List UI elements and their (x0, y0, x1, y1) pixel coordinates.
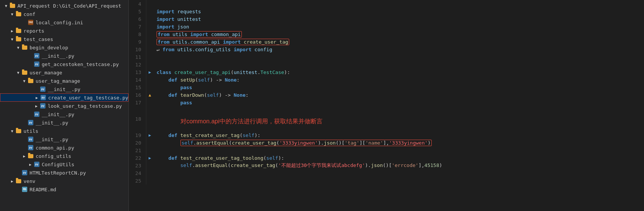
folder-icon-config-utils (27, 154, 34, 158)
gutter-23 (146, 162, 154, 169)
line-num-23: 23 (129, 162, 146, 169)
line-num-7: 7 (129, 23, 146, 30)
code-line-24: 24 (129, 169, 644, 177)
code-line-16: 16 ▲ def tearDown(self) -> None: (129, 91, 644, 99)
code-line-13: 13 ▶ class create_user_tag_api(unittest.… (129, 68, 644, 76)
line-num-25: 25 (129, 177, 146, 184)
gutter-16: ▲ (146, 91, 154, 99)
folder-icon-user-manage (21, 71, 28, 75)
tree-item-user-tag-manage[interactable]: user_tag_manage (0, 77, 128, 85)
code-line-18: 18 对common.api中的方法进行调用，获取结果并做断言 (129, 106, 644, 131)
line-content-12 (154, 61, 644, 68)
code-line-5: 5 import requests (129, 8, 644, 15)
py-icon-common-api (27, 145, 34, 150)
tree-item-conf[interactable]: conf (0, 10, 128, 18)
folder-icon-conf (15, 12, 22, 16)
init3-label: __init__.py (42, 112, 74, 117)
get-acces-label: get_accestoken_testcase.py (42, 61, 119, 67)
line-num-16: 16 (129, 91, 146, 99)
line-num-15: 15 (129, 83, 146, 91)
line-num-13: 13 (129, 68, 146, 76)
code-line-6: 6 import unittest (129, 15, 644, 23)
code-editor[interactable]: 4 5 import requests 6 import unittest 7 … (129, 0, 644, 211)
tree-arrow-create-user-tag[interactable] (34, 96, 40, 100)
line-content-19: def test_create_user_tag(self): (154, 131, 644, 139)
tree-item-local-config[interactable]: local_config.ini (0, 18, 128, 27)
tree-item-init2[interactable]: __init__.py (0, 85, 128, 93)
line-num-18: 18 (129, 106, 146, 131)
file-tree[interactable]: API_request D:\Git_Code\API_request conf… (0, 0, 129, 211)
tree-arrow-look-user-tag[interactable] (33, 104, 39, 108)
folder-icon-root (9, 4, 16, 8)
line-content-16: def tearDown(self) -> None: (154, 91, 644, 99)
tree-arrow-user-manage[interactable] (15, 71, 21, 75)
create-user-tag-label: create_user_tag_testcase.py (48, 95, 128, 101)
code-line-8: 8 from utils import common_api (129, 30, 644, 38)
tree-arrow-root[interactable] (3, 4, 9, 8)
tree-item-init1[interactable]: __init__.py (0, 52, 128, 60)
look-user-tag-label: look_user_tag_testcase.py (48, 103, 122, 109)
line-content-15: pass (154, 83, 644, 91)
tree-item-reports[interactable]: reports (0, 27, 128, 35)
py-icon-create-user-tag (40, 95, 47, 100)
tree-item-config-utils[interactable]: config_utils (0, 152, 128, 160)
utils-label: utils (24, 128, 38, 134)
line-content-9: from utils.common_api import create_user… (154, 38, 644, 46)
tree-item-readme[interactable]: README.md (0, 185, 128, 194)
tree-item-get-acces[interactable]: get_accestoken_testcase.py (0, 60, 128, 68)
tree-arrow-utils[interactable] (9, 129, 15, 133)
line-num-5: 5 (129, 8, 146, 15)
line-content-21 (154, 146, 644, 154)
code-line-22: 22 ▶ def test_create_user_tag_toolong(se… (129, 154, 644, 162)
tree-item-configutils[interactable]: ConfigUtils (0, 160, 128, 168)
local-config-label: local_config.ini (36, 20, 83, 25)
code-line-21: 21 (129, 146, 644, 154)
code-line-10: 10 ↵ from utils.config_utils import conf… (129, 46, 644, 53)
line-num-8: 8 (129, 30, 146, 38)
tree-item-common-api[interactable]: common_api.py (0, 143, 128, 152)
line-num-17: 17 (129, 99, 146, 106)
tree-root[interactable]: API_request D:\Git_Code\API_request (0, 2, 128, 10)
py-icon-init2 (39, 87, 46, 92)
gutter-22: ▶ (146, 154, 154, 162)
code-line-4: 4 (129, 0, 644, 8)
tree-item-utils[interactable]: utils (0, 127, 128, 135)
tree-arrow-configutils[interactable] (27, 162, 33, 167)
tree-arrow-test-cases[interactable] (9, 37, 15, 41)
htmltestreport-label: HTMLTestReportCN.py (30, 170, 86, 176)
line-content-17: pass (154, 99, 644, 106)
tree-arrow-begin-develop[interactable] (15, 46, 21, 50)
tree-item-htmltestreport[interactable]: HTMLTestReportCN.py (0, 168, 128, 177)
tree-item-test-cases[interactable]: test_cases (0, 35, 128, 43)
line-content-14: def setUp(self) -> None: (154, 76, 644, 83)
line-num-9: 9 (129, 38, 146, 46)
test-cases-label: test_cases (24, 36, 53, 42)
code-line-15: 15 pass (129, 83, 644, 91)
line-content-6: import unittest (154, 15, 644, 23)
code-line-14: 14 def setUp(self) -> None: (129, 76, 644, 83)
configutils-label: ConfigUtils (42, 162, 74, 167)
tree-item-begin-develop[interactable]: begin_develop (0, 43, 128, 52)
tree-item-init4[interactable]: __init__.py (0, 118, 128, 127)
gutter-15 (146, 83, 154, 91)
folder-icon-begin-develop (21, 46, 28, 50)
code-line-19: 19 ▶ def test_create_user_tag(self): (129, 131, 644, 139)
ini-icon-local-config (27, 20, 34, 25)
tree-arrow-user-tag-manage[interactable] (21, 79, 27, 83)
gutter-5 (146, 8, 154, 15)
tree-item-create-user-tag[interactable]: create_user_tag_testcase.py (0, 93, 128, 102)
tree-item-venv[interactable]: venv (0, 177, 128, 185)
tree-arrow-venv[interactable] (9, 179, 15, 183)
tree-item-init5[interactable]: __init__.py (0, 135, 128, 143)
config-utils-label: config_utils (36, 153, 71, 159)
code-line-25: 25 (129, 177, 644, 184)
tree-item-init3[interactable]: __init__.py (0, 110, 128, 118)
gutter-6 (146, 15, 154, 23)
tree-item-look-user-tag[interactable]: look_user_tag_testcase.py (0, 102, 128, 110)
line-num-19: 19 (129, 131, 146, 139)
tree-item-user-manage[interactable]: user_manage (0, 68, 128, 77)
tree-arrow-conf[interactable] (9, 12, 15, 16)
line-content-24 (154, 169, 644, 177)
tree-arrow-config-utils[interactable] (21, 154, 27, 158)
tree-arrow-reports[interactable] (9, 29, 15, 33)
